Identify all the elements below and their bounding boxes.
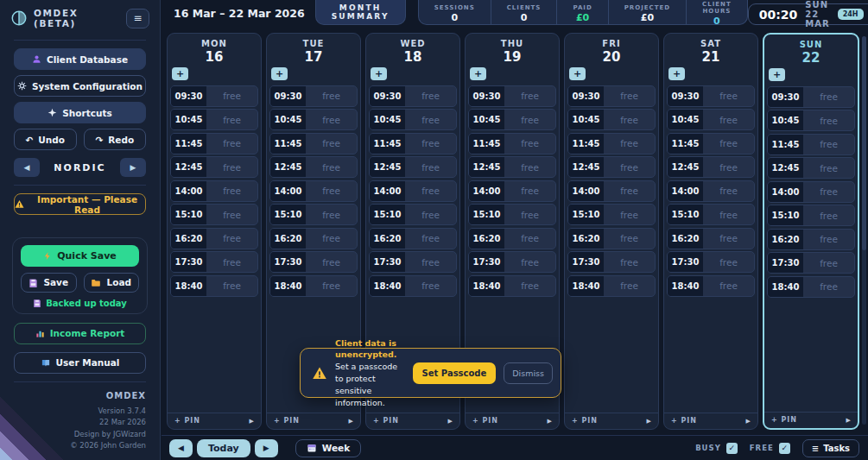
time-slot[interactable]: 12:45free — [369, 156, 457, 178]
time-slot[interactable]: 11:45free — [667, 133, 755, 154]
time-slot[interactable]: 11:45free — [767, 134, 855, 155]
pin-button[interactable]: + PIN — [572, 417, 598, 425]
time-slot[interactable]: 18:40free — [170, 275, 258, 297]
time-slot[interactable]: 11:45free — [468, 133, 556, 154]
time-slot[interactable]: 11:45free — [269, 133, 358, 154]
add-session-button[interactable]: + — [769, 68, 785, 81]
time-slot[interactable]: 10:45free — [468, 109, 556, 130]
time-slot[interactable]: 15:10free — [667, 204, 755, 225]
user-manual-button[interactable]: User Manual — [14, 352, 146, 374]
time-slot[interactable]: 09:30free — [667, 85, 755, 107]
time-slot[interactable]: 16:20free — [170, 228, 258, 249]
expand-day-icon[interactable]: ▶ — [548, 418, 552, 425]
time-slot[interactable]: 09:30free — [369, 85, 457, 107]
time-slot[interactable]: 15:10free — [567, 204, 656, 225]
today-button[interactable]: Today — [197, 439, 250, 457]
pin-button[interactable]: + PIN — [771, 416, 797, 424]
time-slot[interactable]: 12:45free — [667, 156, 755, 178]
time-slot[interactable]: 09:30free — [170, 85, 258, 107]
pin-button[interactable]: + PIN — [671, 417, 697, 425]
time-slot[interactable]: 14:00free — [667, 180, 755, 202]
time-slot[interactable]: 12:45free — [170, 156, 258, 178]
time-slot[interactable]: 12:45free — [767, 157, 855, 179]
time-slot[interactable]: 09:30free — [468, 85, 556, 107]
expand-day-icon[interactable]: ▶ — [746, 418, 751, 425]
time-slot[interactable]: 11:45free — [369, 133, 457, 154]
time-slot[interactable]: 10:45free — [567, 109, 656, 130]
theme-next-button[interactable]: ▶ — [120, 158, 146, 177]
time-slot[interactable]: 17:30free — [667, 251, 755, 273]
expand-day-icon[interactable]: ▶ — [349, 418, 353, 425]
time-slot[interactable]: 14:00free — [468, 180, 556, 202]
add-session-button[interactable]: + — [569, 67, 586, 80]
time-slot[interactable]: 09:30free — [567, 85, 656, 107]
time-slot[interactable]: 16:20free — [468, 228, 556, 249]
add-session-button[interactable]: + — [668, 67, 685, 80]
time-slot[interactable]: 17:30free — [567, 251, 656, 273]
time-slot[interactable]: 18:40free — [468, 275, 556, 297]
time-slot[interactable]: 18:40free — [369, 275, 457, 297]
pin-button[interactable]: + PIN — [373, 417, 399, 425]
system-configuration-button[interactable]: System Configuration — [14, 75, 146, 97]
sidebar-menu-button[interactable]: ≡ — [126, 9, 149, 28]
time-slot[interactable]: 12:45free — [468, 156, 556, 178]
time-slot[interactable]: 17:30free — [468, 251, 556, 273]
time-slot[interactable]: 15:10free — [468, 204, 556, 225]
time-slot[interactable]: 15:10free — [767, 205, 855, 226]
time-slot[interactable]: 18:40free — [269, 275, 358, 297]
expand-day-icon[interactable]: ▶ — [647, 418, 651, 425]
time-slot[interactable]: 12:45free — [269, 156, 358, 178]
time-slot[interactable]: 14:00free — [369, 180, 457, 202]
scrollbar-thumb[interactable] — [862, 36, 866, 250]
next-week-button[interactable]: ▶ — [255, 439, 278, 457]
time-slot[interactable]: 14:00free — [269, 180, 358, 202]
time-slot[interactable]: 17:30free — [170, 251, 258, 273]
view-mode-button[interactable]: Week — [295, 439, 361, 457]
time-slot[interactable]: 12:45free — [567, 156, 656, 178]
theme-prev-button[interactable]: ◀ — [14, 158, 40, 177]
add-session-button[interactable]: + — [470, 67, 486, 80]
time-slot[interactable]: 18:40free — [767, 276, 855, 298]
time-slot[interactable]: 16:20free — [767, 229, 855, 250]
pin-button[interactable]: + PIN — [174, 417, 200, 425]
time-slot[interactable]: 17:30free — [767, 252, 855, 274]
time-slot[interactable]: 18:40free — [567, 275, 656, 297]
time-slot[interactable]: 16:20free — [269, 228, 358, 249]
pin-button[interactable]: + PIN — [472, 417, 498, 425]
busy-checkbox[interactable]: ✓ — [726, 443, 738, 454]
add-session-button[interactable]: + — [271, 67, 288, 80]
expand-day-icon[interactable]: ▶ — [250, 418, 254, 425]
free-checkbox[interactable]: ✓ — [779, 443, 790, 454]
time-slot[interactable]: 10:45free — [667, 109, 755, 130]
set-passcode-button[interactable]: Set Passcode — [413, 362, 497, 384]
pin-button[interactable]: + PIN — [274, 417, 300, 425]
time-slot[interactable]: 10:45free — [369, 109, 457, 130]
important-notice-button[interactable]: Important — Please Read — [14, 193, 146, 215]
time-slot[interactable]: 11:45free — [567, 133, 656, 154]
time-slot[interactable]: 18:40free — [667, 275, 755, 297]
time-slot[interactable]: 09:30free — [269, 85, 358, 107]
time-slot[interactable]: 14:00free — [170, 180, 258, 202]
vertical-scrollbar[interactable] — [862, 36, 866, 425]
time-slot[interactable]: 10:45free — [170, 109, 258, 130]
expand-day-icon[interactable]: ▶ — [448, 418, 453, 425]
time-slot[interactable]: 15:10free — [170, 204, 258, 225]
time-slot[interactable]: 16:20free — [567, 228, 656, 249]
time-slot[interactable]: 14:00free — [767, 181, 855, 203]
time-slot[interactable]: 14:00free — [567, 180, 656, 202]
month-summary-button[interactable]: MONTH SUMMARY — [315, 0, 406, 25]
quick-save-button[interactable]: Quick Save — [21, 245, 139, 267]
time-slot[interactable]: 15:10free — [369, 204, 457, 225]
time-slot[interactable]: 11:45free — [170, 133, 258, 154]
time-slot[interactable]: 09:30free — [767, 86, 855, 108]
time-slot[interactable]: 15:10free — [269, 204, 358, 225]
time-slot[interactable]: 10:45free — [269, 109, 358, 130]
previous-week-button[interactable]: ◀ — [169, 439, 193, 457]
time-slot[interactable]: 16:20free — [667, 228, 755, 249]
shortcuts-button[interactable]: Shortcuts — [14, 102, 146, 123]
undo-button[interactable]: ↶ Undo — [14, 129, 77, 150]
time-slot[interactable]: 17:30free — [369, 251, 457, 273]
tasks-button[interactable]: ≡ Tasks — [802, 439, 859, 457]
time-slot[interactable]: 16:20free — [369, 228, 457, 249]
expand-day-icon[interactable]: ▶ — [846, 417, 851, 424]
